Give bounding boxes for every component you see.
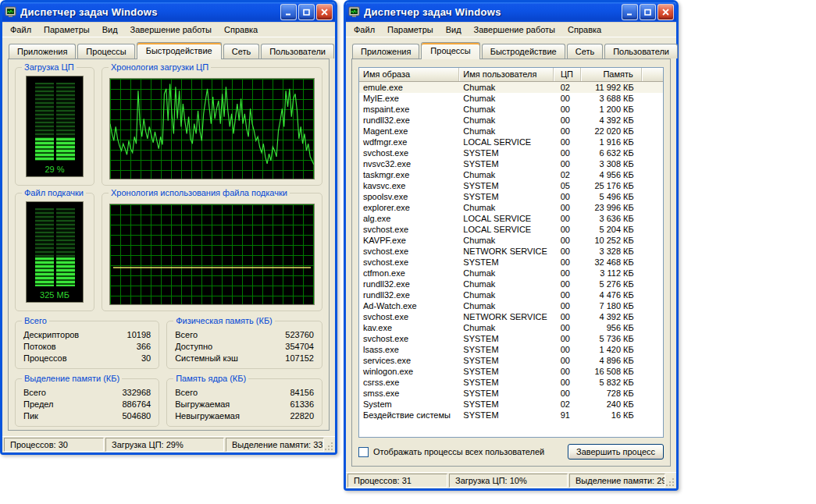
- menu-item-4[interactable]: Справка: [561, 23, 608, 37]
- column-header-0[interactable]: Имя образа: [359, 68, 459, 81]
- tab-4[interactable]: Пользователи: [604, 44, 678, 59]
- cell: 00: [554, 268, 581, 279]
- pagefile-history-group-title: Хронология использования файла подкачки: [109, 188, 290, 197]
- table-row[interactable]: wdfmgr.exeLOCAL SERVICE001 916 КБ: [359, 137, 663, 147]
- process-table-body: emule.exeChumak0211 992 КБMyIE.exeChumak…: [359, 82, 663, 437]
- status-panel-1: Загрузка ЦП: 10%: [449, 474, 568, 488]
- table-row[interactable]: winlogon.exeSYSTEM0016 508 КБ: [359, 366, 663, 377]
- table-row[interactable]: Ad-Watch.exeChumak007 180 КБ: [359, 300, 663, 311]
- cell: 16 508 КБ: [581, 366, 642, 377]
- cell: 4 476 КБ: [581, 289, 642, 300]
- table-row[interactable]: Бездействие системыSYSTEM9116 КБ: [359, 410, 663, 421]
- table-row[interactable]: Magent.exeChumak0022 020 КБ: [359, 126, 663, 137]
- table-row[interactable]: svchost.exeSYSTEM006 632 КБ: [359, 147, 663, 158]
- close-button[interactable]: [657, 4, 674, 20]
- minimize-button[interactable]: [280, 4, 297, 20]
- table-row[interactable]: rundll32.exeChumak005 276 КБ: [359, 279, 663, 289]
- table-row[interactable]: explorer.exeChumak0023 996 КБ: [359, 202, 663, 213]
- cell: rundll32.exe: [359, 115, 459, 126]
- cell: svchost.exe: [359, 333, 459, 344]
- table-row[interactable]: kavsvc.exeSYSTEM0525 176 КБ: [359, 180, 663, 191]
- menu-item-3[interactable]: Завершение работы: [124, 23, 218, 37]
- stat-value: 30: [141, 353, 151, 364]
- cell: Ad-Watch.exe: [359, 300, 459, 311]
- tab-2[interactable]: Быстродействие: [137, 42, 222, 59]
- cell: SYSTEM: [459, 410, 554, 421]
- pagefile-usage-value: 325 МБ: [40, 290, 69, 300]
- table-row[interactable]: KAVPF.exeChumak0010 252 КБ: [359, 235, 663, 246]
- stat-value: 22820: [290, 410, 314, 422]
- cell: Chumak: [459, 115, 554, 126]
- cell: rundll32.exe: [359, 289, 459, 300]
- table-row[interactable]: svchost.exeSYSTEM005 736 КБ: [359, 333, 663, 344]
- column-header-3[interactable]: Память: [581, 68, 642, 81]
- table-row[interactable]: alg.exeLOCAL SERVICE003 636 КБ: [359, 213, 663, 224]
- close-button[interactable]: [316, 4, 333, 20]
- table-row[interactable]: csrss.exeSYSTEM005 832 КБ: [359, 377, 663, 388]
- table-row[interactable]: taskmgr.exeChumak024 956 КБ: [359, 169, 663, 180]
- tab-1[interactable]: Процессы: [421, 42, 479, 59]
- table-row[interactable]: rundll32.exeChumak004 392 КБ: [359, 115, 663, 126]
- table-row[interactable]: services.exeSYSTEM004 896 КБ: [359, 355, 663, 366]
- tab-0[interactable]: Приложения: [352, 44, 419, 59]
- menu-item-2[interactable]: Вид: [440, 23, 468, 37]
- cell: 00: [554, 93, 581, 104]
- column-header-1[interactable]: Имя пользователя: [459, 68, 554, 81]
- table-row[interactable]: kav.exeChumak00956 КБ: [359, 322, 663, 333]
- menu-item-3[interactable]: Завершение работы: [468, 23, 561, 37]
- tab-4[interactable]: Пользователи: [261, 44, 334, 59]
- menu-item-1[interactable]: Параметры: [37, 23, 96, 37]
- menu-item-4[interactable]: Справка: [218, 23, 264, 37]
- title-bar[interactable]: Диспетчер задач Windows: [2, 2, 335, 22]
- table-row[interactable]: svchost.exeNETWORK SERVICE003 328 КБ: [359, 246, 663, 257]
- resize-grip[interactable]: [665, 477, 675, 488]
- maximize-button[interactable]: [298, 4, 315, 20]
- tab-0[interactable]: Приложения: [9, 44, 76, 59]
- pagefile-gauge-bars: [35, 208, 75, 286]
- show-all-users-checkbox[interactable]: [358, 447, 369, 457]
- table-row[interactable]: svchost.exeLOCAL SERVICE005 204 КБ: [359, 224, 663, 235]
- resize-grip[interactable]: [324, 442, 334, 452]
- menu-item-0[interactable]: Файл: [347, 23, 381, 37]
- tab-2[interactable]: Быстродействие: [482, 44, 565, 59]
- cpu-history-graph: [109, 78, 315, 179]
- table-row[interactable]: mspaint.exeChumak001 200 КБ: [359, 104, 663, 115]
- table-row[interactable]: svchost.exeNETWORK SERVICE004 392 КБ: [359, 311, 663, 322]
- minimize-button[interactable]: [622, 4, 638, 20]
- window-title: Диспетчер задач Windows: [364, 6, 618, 18]
- cell: 16 КБ: [581, 410, 642, 421]
- cell: NETWORK SERVICE: [459, 311, 554, 322]
- table-row[interactable]: rundll32.exeChumak004 476 КБ: [359, 289, 663, 300]
- tab-1[interactable]: Процессы: [77, 44, 134, 59]
- table-row[interactable]: smss.exeSYSTEM00728 КБ: [359, 388, 663, 399]
- menu-item-2[interactable]: Вид: [96, 23, 124, 37]
- table-row[interactable]: emule.exeChumak0211 992 КБ: [359, 82, 663, 93]
- cell: 00: [554, 126, 581, 137]
- maximize-button[interactable]: [640, 4, 656, 20]
- table-row[interactable]: nvsvc32.exeSYSTEM003 308 КБ: [359, 158, 663, 169]
- status-panel-0: Процессов: 31: [347, 474, 447, 488]
- end-process-button[interactable]: Завершить процесс: [568, 444, 664, 460]
- cell: Chumak: [459, 126, 554, 137]
- status-bar: Процессов: 31Загрузка ЦП: 10%Выделение п…: [346, 472, 676, 488]
- stat-value: 107152: [285, 353, 314, 364]
- cell: 11 992 КБ: [581, 82, 642, 93]
- cell: wdfmgr.exe: [359, 137, 459, 147]
- tab-3[interactable]: Сеть: [567, 44, 603, 59]
- menu-item-1[interactable]: Параметры: [381, 23, 440, 37]
- table-row[interactable]: SystemSYSTEM02240 КБ: [359, 399, 663, 410]
- cell: 5 736 КБ: [581, 333, 642, 344]
- table-row[interactable]: MyIE.exeChumak003 688 КБ: [359, 93, 663, 104]
- menu-bar: ФайлПараметрыВидЗавершение работыСправка: [2, 22, 335, 37]
- column-header-2[interactable]: ЦП: [554, 68, 581, 81]
- table-row[interactable]: svchost.exeSYSTEM0032 468 КБ: [359, 257, 663, 268]
- cell: smss.exe: [359, 388, 459, 399]
- tab-3[interactable]: Сеть: [223, 44, 259, 59]
- menu-item-0[interactable]: Файл: [4, 23, 37, 37]
- table-row[interactable]: ctfmon.exeChumak003 112 КБ: [359, 268, 663, 279]
- status-panel-2: Выделение памяти: 295728КБ / 6: [569, 474, 665, 488]
- cpu-gauge: 29 %: [26, 76, 84, 177]
- title-bar[interactable]: Диспетчер задач Windows: [346, 2, 676, 22]
- table-row[interactable]: lsass.exeSYSTEM001 420 КБ: [359, 344, 663, 355]
- table-row[interactable]: spoolsv.exeSYSTEM005 496 КБ: [359, 191, 663, 202]
